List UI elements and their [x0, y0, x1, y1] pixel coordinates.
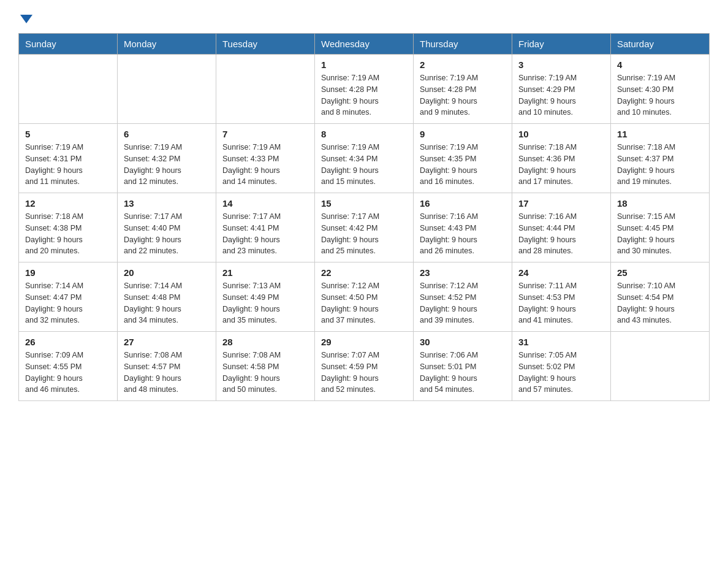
day-cell: 30Sunrise: 7:06 AM Sunset: 5:01 PM Dayli…: [414, 332, 512, 401]
weekday-header-tuesday: Tuesday: [216, 34, 315, 55]
day-info: Sunrise: 7:14 AM Sunset: 4:47 PM Dayligh…: [25, 280, 111, 326]
day-number: 13: [124, 198, 210, 209]
day-number: 10: [518, 129, 604, 139]
day-info: Sunrise: 7:14 AM Sunset: 4:48 PM Dayligh…: [124, 280, 210, 326]
page-header: [18, 12, 710, 22]
day-number: 20: [124, 267, 210, 278]
day-cell: 14Sunrise: 7:17 AM Sunset: 4:41 PM Dayli…: [216, 193, 315, 262]
week-row-2: 5Sunrise: 7:19 AM Sunset: 4:31 PM Daylig…: [19, 124, 710, 193]
day-number: 23: [420, 267, 506, 278]
day-info: Sunrise: 7:15 AM Sunset: 4:45 PM Dayligh…: [617, 211, 703, 257]
day-info: Sunrise: 7:12 AM Sunset: 4:50 PM Dayligh…: [321, 280, 407, 326]
day-cell: 22Sunrise: 7:12 AM Sunset: 4:50 PM Dayli…: [315, 262, 414, 332]
day-info: Sunrise: 7:05 AM Sunset: 5:02 PM Dayligh…: [518, 350, 604, 396]
day-number: 2: [420, 59, 506, 70]
day-info: Sunrise: 7:11 AM Sunset: 4:53 PM Dayligh…: [518, 280, 604, 326]
day-cell: 15Sunrise: 7:17 AM Sunset: 4:42 PM Dayli…: [315, 193, 414, 262]
day-number: 21: [222, 267, 308, 278]
day-cell: [216, 55, 315, 124]
weekday-header-saturday: Saturday: [611, 34, 710, 55]
day-number: 3: [518, 59, 604, 70]
weekday-header-sunday: Sunday: [19, 34, 118, 55]
day-number: 17: [518, 198, 604, 209]
day-info: Sunrise: 7:19 AM Sunset: 4:28 PM Dayligh…: [420, 72, 506, 118]
day-cell: 9Sunrise: 7:19 AM Sunset: 4:35 PM Daylig…: [414, 124, 512, 193]
day-info: Sunrise: 7:19 AM Sunset: 4:30 PM Dayligh…: [617, 72, 703, 118]
day-cell: 6Sunrise: 7:19 AM Sunset: 4:32 PM Daylig…: [118, 124, 216, 193]
day-number: 27: [124, 337, 210, 347]
logo: [18, 12, 32, 22]
day-number: 9: [420, 129, 506, 139]
day-number: 16: [420, 198, 506, 209]
weekday-header-wednesday: Wednesday: [315, 34, 414, 55]
day-info: Sunrise: 7:19 AM Sunset: 4:29 PM Dayligh…: [518, 72, 604, 118]
day-cell: 8Sunrise: 7:19 AM Sunset: 4:34 PM Daylig…: [315, 124, 414, 193]
day-info: Sunrise: 7:19 AM Sunset: 4:33 PM Dayligh…: [222, 142, 308, 188]
day-info: Sunrise: 7:13 AM Sunset: 4:49 PM Dayligh…: [222, 280, 308, 326]
day-number: 18: [617, 198, 703, 209]
weekday-header-monday: Monday: [118, 34, 216, 55]
day-number: 15: [321, 198, 407, 209]
day-cell: 18Sunrise: 7:15 AM Sunset: 4:45 PM Dayli…: [611, 193, 710, 262]
day-info: Sunrise: 7:16 AM Sunset: 4:44 PM Dayligh…: [518, 211, 604, 257]
day-info: Sunrise: 7:19 AM Sunset: 4:34 PM Dayligh…: [321, 142, 407, 188]
day-info: Sunrise: 7:19 AM Sunset: 4:35 PM Dayligh…: [420, 142, 506, 188]
day-info: Sunrise: 7:16 AM Sunset: 4:43 PM Dayligh…: [420, 211, 506, 257]
day-cell: 19Sunrise: 7:14 AM Sunset: 4:47 PM Dayli…: [19, 262, 118, 332]
day-cell: 28Sunrise: 7:08 AM Sunset: 4:58 PM Dayli…: [216, 332, 315, 401]
day-cell: 21Sunrise: 7:13 AM Sunset: 4:49 PM Dayli…: [216, 262, 315, 332]
day-number: 19: [25, 267, 111, 278]
day-info: Sunrise: 7:08 AM Sunset: 4:57 PM Dayligh…: [124, 350, 210, 396]
day-cell: 26Sunrise: 7:09 AM Sunset: 4:55 PM Dayli…: [19, 332, 118, 401]
day-cell: 25Sunrise: 7:10 AM Sunset: 4:54 PM Dayli…: [611, 262, 710, 332]
day-cell: 23Sunrise: 7:12 AM Sunset: 4:52 PM Dayli…: [414, 262, 512, 332]
day-info: Sunrise: 7:08 AM Sunset: 4:58 PM Dayligh…: [222, 350, 308, 396]
day-cell: 12Sunrise: 7:18 AM Sunset: 4:38 PM Dayli…: [19, 193, 118, 262]
day-number: 30: [420, 337, 506, 347]
day-cell: 29Sunrise: 7:07 AM Sunset: 4:59 PM Dayli…: [315, 332, 414, 401]
day-cell: 11Sunrise: 7:18 AM Sunset: 4:37 PM Dayli…: [611, 124, 710, 193]
day-info: Sunrise: 7:18 AM Sunset: 4:36 PM Dayligh…: [518, 142, 604, 188]
week-row-5: 26Sunrise: 7:09 AM Sunset: 4:55 PM Dayli…: [19, 332, 710, 401]
day-cell: 24Sunrise: 7:11 AM Sunset: 4:53 PM Dayli…: [512, 262, 611, 332]
day-cell: 1Sunrise: 7:19 AM Sunset: 4:28 PM Daylig…: [315, 55, 414, 124]
day-info: Sunrise: 7:17 AM Sunset: 4:41 PM Dayligh…: [222, 211, 308, 257]
day-info: Sunrise: 7:09 AM Sunset: 4:55 PM Dayligh…: [25, 350, 111, 396]
day-number: 22: [321, 267, 407, 278]
day-number: 25: [617, 267, 703, 278]
day-cell: 3Sunrise: 7:19 AM Sunset: 4:29 PM Daylig…: [512, 55, 611, 124]
day-number: 26: [25, 337, 111, 347]
day-number: 24: [518, 267, 604, 278]
calendar-table: SundayMondayTuesdayWednesdayThursdayFrid…: [18, 33, 710, 401]
day-cell: 16Sunrise: 7:16 AM Sunset: 4:43 PM Dayli…: [414, 193, 512, 262]
day-cell: 27Sunrise: 7:08 AM Sunset: 4:57 PM Dayli…: [118, 332, 216, 401]
day-cell: 5Sunrise: 7:19 AM Sunset: 4:31 PM Daylig…: [19, 124, 118, 193]
day-number: 8: [321, 129, 407, 139]
week-row-1: 1Sunrise: 7:19 AM Sunset: 4:28 PM Daylig…: [19, 55, 710, 124]
day-info: Sunrise: 7:17 AM Sunset: 4:40 PM Dayligh…: [124, 211, 210, 257]
day-number: 28: [222, 337, 308, 347]
day-info: Sunrise: 7:19 AM Sunset: 4:28 PM Dayligh…: [321, 72, 407, 118]
day-number: 11: [617, 129, 703, 139]
day-cell: 17Sunrise: 7:16 AM Sunset: 4:44 PM Dayli…: [512, 193, 611, 262]
day-number: 1: [321, 59, 407, 70]
day-info: Sunrise: 7:07 AM Sunset: 4:59 PM Dayligh…: [321, 350, 407, 396]
day-cell: 31Sunrise: 7:05 AM Sunset: 5:02 PM Dayli…: [512, 332, 611, 401]
day-number: 31: [518, 337, 604, 347]
day-number: 4: [617, 59, 703, 70]
day-cell: [19, 55, 118, 124]
day-cell: 2Sunrise: 7:19 AM Sunset: 4:28 PM Daylig…: [414, 55, 512, 124]
day-number: 7: [222, 129, 308, 139]
day-cell: 20Sunrise: 7:14 AM Sunset: 4:48 PM Dayli…: [118, 262, 216, 332]
day-info: Sunrise: 7:06 AM Sunset: 5:01 PM Dayligh…: [420, 350, 506, 396]
day-info: Sunrise: 7:12 AM Sunset: 4:52 PM Dayligh…: [420, 280, 506, 326]
day-info: Sunrise: 7:19 AM Sunset: 4:31 PM Dayligh…: [25, 142, 111, 188]
day-cell: 4Sunrise: 7:19 AM Sunset: 4:30 PM Daylig…: [611, 55, 710, 124]
day-number: 6: [124, 129, 210, 139]
week-row-3: 12Sunrise: 7:18 AM Sunset: 4:38 PM Dayli…: [19, 193, 710, 262]
day-cell: 10Sunrise: 7:18 AM Sunset: 4:36 PM Dayli…: [512, 124, 611, 193]
day-info: Sunrise: 7:19 AM Sunset: 4:32 PM Dayligh…: [124, 142, 210, 188]
weekday-header-thursday: Thursday: [414, 34, 512, 55]
day-number: 12: [25, 198, 111, 209]
weekday-header-row: SundayMondayTuesdayWednesdayThursdayFrid…: [19, 34, 710, 55]
